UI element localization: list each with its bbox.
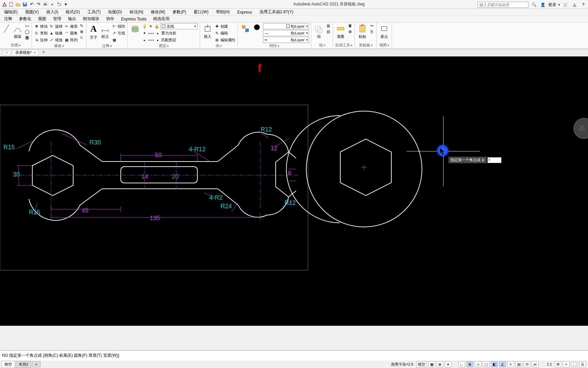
qat-new-icon[interactable] bbox=[8, 1, 14, 7]
qat-open-icon[interactable] bbox=[15, 1, 21, 7]
scale-label[interactable]: 缩放 bbox=[55, 37, 63, 43]
view-cube[interactable]: 西 bbox=[572, 116, 588, 150]
tab-manage[interactable]: 管理 bbox=[50, 15, 64, 22]
layout-add[interactable]: + bbox=[32, 361, 40, 367]
linetype-bylayer[interactable]: —ByLayer bbox=[263, 30, 309, 36]
layer-match2-icon[interactable]: ⬥ bbox=[155, 37, 160, 43]
layout-2[interactable]: 布局2 bbox=[16, 361, 31, 368]
sb-trans-icon[interactable]: ▤ bbox=[516, 361, 522, 367]
circle-tool-icon[interactable]: ◯ bbox=[24, 29, 30, 34]
sb-iso-icon[interactable]: ◇ bbox=[475, 361, 481, 367]
linear-label[interactable]: 线性 bbox=[118, 24, 125, 29]
panel-modify-title[interactable]: 修改▾ bbox=[34, 43, 84, 49]
layer-bulb-icon[interactable]: 💡 bbox=[142, 24, 147, 29]
sb-otrack-icon[interactable]: ∠ bbox=[499, 361, 506, 367]
tab-collab[interactable]: 协作 bbox=[103, 15, 117, 22]
panel-draw-title[interactable]: 绘图▾ bbox=[2, 42, 30, 48]
tab-param[interactable]: 参数化 bbox=[16, 15, 34, 22]
leader-icon[interactable]: ↗ bbox=[112, 31, 117, 36]
sb-anno-icon[interactable]: 🗚 bbox=[532, 361, 539, 367]
copy-clip-icon[interactable]: ⎘ bbox=[369, 29, 374, 34]
sb-gear-icon[interactable]: ⚙ bbox=[555, 361, 561, 367]
menu-view[interactable]: 视图(V) bbox=[23, 9, 41, 16]
linear-dim-icon[interactable]: ⊢ bbox=[112, 24, 117, 29]
layer-set-icon[interactable]: ⬥ bbox=[155, 31, 160, 36]
qat-undo-icon[interactable]: ↶ bbox=[29, 1, 35, 7]
scale-icon[interactable]: ⤢ bbox=[49, 37, 54, 43]
layer-state-icon[interactable]: ✦ bbox=[142, 31, 147, 36]
block-attr-icon[interactable]: ⊞ bbox=[214, 37, 219, 43]
cut-icon[interactable]: ✂ bbox=[369, 23, 374, 28]
menu-format[interactable]: 格式(O) bbox=[64, 9, 82, 16]
array-label[interactable]: 阵列 bbox=[70, 37, 78, 43]
qat-save-icon[interactable] bbox=[22, 1, 28, 7]
dyn-input[interactable] bbox=[487, 157, 502, 163]
lineweight-bylayer[interactable]: ━ByLayer bbox=[263, 37, 309, 43]
group-tool[interactable]: 组 bbox=[313, 23, 324, 40]
fillet-label[interactable]: 圆角 bbox=[70, 31, 78, 36]
rotate-icon[interactable]: ↻ bbox=[49, 24, 54, 29]
user-icon[interactable]: 👤 bbox=[539, 1, 546, 8]
measure-tool[interactable]: 测量 bbox=[335, 23, 346, 40]
sb-polar-icon[interactable]: ⊕ bbox=[467, 361, 473, 367]
sb-snap-icon[interactable]: ⊞ bbox=[437, 361, 443, 367]
filetab-start[interactable]: × bbox=[3, 50, 11, 55]
trim-icon[interactable]: ✂ bbox=[64, 24, 69, 29]
sb-drop-icon[interactable]: ▾ bbox=[445, 361, 452, 367]
panel-group-title[interactable]: 组▾ bbox=[313, 42, 331, 48]
sb-lw-icon[interactable]: ≡ bbox=[507, 361, 514, 367]
sb-custom-icon[interactable]: ☰ bbox=[579, 361, 586, 367]
layer-selector[interactable]: 实线▾ bbox=[160, 23, 198, 29]
menu-express[interactable]: Express bbox=[235, 9, 254, 15]
block-edit-icon[interactable]: ✎ bbox=[214, 31, 219, 36]
line-tool[interactable] bbox=[2, 23, 11, 34]
qat-drop-icon[interactable]: ▾ bbox=[49, 1, 55, 7]
drawing-canvas[interactable]: f bbox=[0, 57, 588, 326]
menu-draw[interactable]: 绘图(D) bbox=[106, 9, 124, 16]
layer-props[interactable] bbox=[130, 23, 141, 34]
filetab-add[interactable]: + bbox=[40, 50, 47, 56]
menu-edit[interactable]: 编辑(E) bbox=[2, 9, 20, 16]
sb-osnap-icon[interactable]: ▢ bbox=[483, 361, 490, 367]
menu-window[interactable]: 窗口(W) bbox=[192, 9, 210, 16]
paste-tool[interactable]: 粘贴 bbox=[357, 23, 368, 40]
qat-share-icon[interactable]: ⮌ bbox=[56, 1, 62, 7]
trim-label[interactable]: 修剪 bbox=[70, 24, 78, 29]
sb-scale[interactable]: 1:1 bbox=[545, 362, 553, 366]
tab-output[interactable]: 输出 bbox=[65, 15, 79, 22]
table-icon[interactable]: ▦ bbox=[112, 37, 117, 43]
rect-tool-icon[interactable]: ▭ bbox=[24, 23, 30, 28]
sb-3dosnap-icon[interactable]: ◧ bbox=[491, 361, 498, 367]
copy-label[interactable]: 复制 bbox=[40, 31, 48, 36]
match-props[interactable] bbox=[240, 23, 251, 34]
color-bylayer[interactable]: ByLayer bbox=[263, 23, 309, 29]
tab-annot[interactable]: 注释 bbox=[1, 15, 15, 22]
dim-tool[interactable]: 标注 bbox=[100, 23, 110, 40]
sb-grid-icon[interactable]: ▦ bbox=[428, 361, 435, 367]
panel-layer-title[interactable]: 图层▾ bbox=[130, 43, 198, 49]
array-icon[interactable]: ▦ bbox=[64, 37, 69, 43]
stretch-label[interactable]: 拉伸 bbox=[40, 37, 48, 43]
menu-help[interactable]: 帮助(H) bbox=[214, 9, 232, 16]
block-insert[interactable]: 插入 bbox=[202, 23, 213, 40]
copy-icon[interactable]: ⎘ bbox=[34, 31, 39, 36]
command-line[interactable]: NG 指定第一个角点或 [倒角(C) 标高(E) 圆角(F) 厚度(T) 宽度(… bbox=[0, 350, 588, 361]
layer-match-icon[interactable]: ⬥ bbox=[142, 37, 147, 43]
color-wheel[interactable] bbox=[252, 23, 262, 31]
search-input[interactable] bbox=[477, 2, 528, 8]
sb-cycle-icon[interactable]: ⟲ bbox=[524, 361, 530, 367]
panel-clip-title[interactable]: 剪贴板▾ bbox=[357, 42, 374, 48]
qat-redo-icon[interactable]: ↷ bbox=[35, 1, 42, 7]
tab-view[interactable]: 视图 bbox=[35, 15, 49, 22]
modify-extra2-icon[interactable]: ⊕ bbox=[79, 29, 84, 34]
attr-label[interactable]: 编辑属性 bbox=[220, 37, 235, 43]
set-current-label[interactable]: 置为当前 bbox=[161, 31, 176, 36]
sb-add-icon[interactable]: + bbox=[563, 361, 570, 367]
menu-yanxiu[interactable]: 燕秀工具箱2.87(Y) bbox=[258, 9, 295, 16]
help-icon[interactable]: ? bbox=[580, 1, 587, 8]
edit-label[interactable]: 编辑 bbox=[220, 31, 228, 36]
panel-block-title[interactable]: 块▾ bbox=[202, 43, 235, 49]
layer-lock-icon[interactable]: 🔒 bbox=[154, 24, 159, 29]
menu-dim[interactable]: 标注(N) bbox=[128, 9, 146, 16]
arc-tool[interactable]: 圆弧 bbox=[12, 23, 23, 40]
